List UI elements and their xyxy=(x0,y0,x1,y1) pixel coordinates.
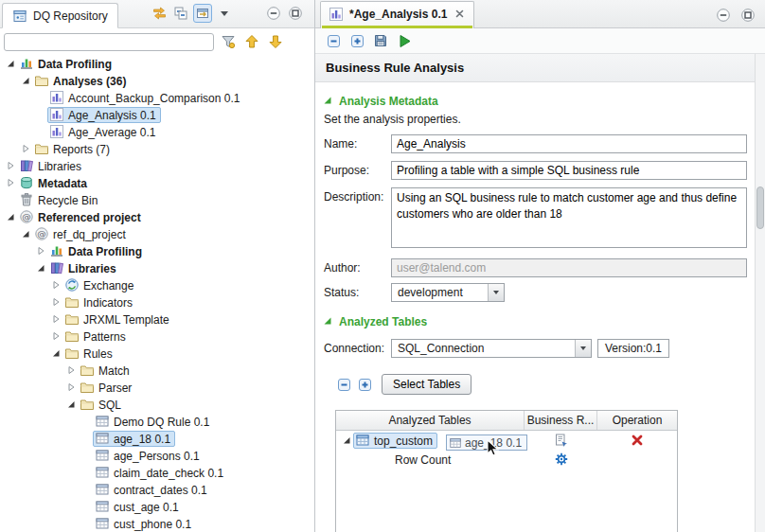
view-menu-icon[interactable] xyxy=(215,4,234,23)
link-with-editor-icon[interactable] xyxy=(193,4,212,23)
tree-item-rules[interactable]: Rules xyxy=(0,345,314,362)
tree-item-analyses-36[interactable]: Analyses (36) xyxy=(0,72,314,89)
table-row-node[interactable]: Row Count xyxy=(393,452,455,468)
twistie-expanded-icon[interactable] xyxy=(34,263,47,273)
section-analyzed-tables[interactable]: Analyzed Tables xyxy=(315,310,755,332)
scrollbar-thumb[interactable] xyxy=(756,186,764,229)
twistie-expanded-icon[interactable] xyxy=(4,59,17,68)
twistie-collapsed-icon[interactable] xyxy=(19,144,32,153)
tree-item-cust-phone-0-1[interactable]: cust_phone 0.1 xyxy=(0,515,314,532)
tree-node[interactable]: @ref_dq_project xyxy=(32,226,131,242)
tree-item-age-18-0-1[interactable]: age_18 0.1 xyxy=(0,430,314,447)
minimize-icon[interactable] xyxy=(264,4,283,23)
tree-item-claim-date-check-0-1[interactable]: claim_date_check 0.1 xyxy=(0,464,314,481)
minimize-icon[interactable] xyxy=(714,6,733,25)
tree-item-ref-dq-project[interactable]: @ref_dq_project xyxy=(0,225,314,242)
section-twistie-icon[interactable] xyxy=(323,315,332,328)
previous-icon[interactable] xyxy=(243,33,260,50)
tree-node[interactable]: Recycle Bin xyxy=(17,192,102,208)
connection-dropdown[interactable]: SQL_Connection xyxy=(391,339,592,358)
tree-node[interactable]: Match xyxy=(78,363,134,379)
tree-item-exchange[interactable]: Exchange xyxy=(0,276,314,293)
tree-node[interactable]: cust_age 0.1 xyxy=(93,499,184,515)
select-tables-button[interactable]: Select Tables xyxy=(382,374,471,395)
analyzed-table-row[interactable]: Row Count xyxy=(336,450,677,469)
tree-node[interactable]: Data Profiling xyxy=(47,243,147,259)
description-field[interactable]: Using an SQL business rule to match cust… xyxy=(391,187,747,248)
column-header-operation[interactable]: Operation xyxy=(597,411,677,430)
twistie-expanded-icon[interactable] xyxy=(340,435,353,445)
column-header-business-rule[interactable]: Business R... xyxy=(525,411,597,430)
tree-node[interactable]: JRXML Template xyxy=(62,311,174,328)
tree-node[interactable]: Libraries xyxy=(17,158,86,174)
collapse-all-icon[interactable] xyxy=(171,4,190,23)
tree-node[interactable]: Rules xyxy=(62,346,117,362)
tree-item-match[interactable]: Match xyxy=(0,362,314,379)
twistie-collapsed-icon[interactable] xyxy=(49,280,62,290)
tree-node[interactable]: Reports (7) xyxy=(32,141,115,157)
tree-item-account-backup-comparison-0-1[interactable]: Account_Backup_Comparison 0.1 xyxy=(0,89,314,106)
close-icon[interactable] xyxy=(455,9,464,18)
run-icon[interactable] xyxy=(395,31,414,50)
tree-node[interactable]: Data Profiling xyxy=(17,56,116,72)
collapse-rows-icon[interactable] xyxy=(336,377,352,393)
tree-item-patterns[interactable]: Patterns xyxy=(0,328,314,345)
section-twistie-icon[interactable] xyxy=(323,95,332,108)
expand-sections-icon[interactable] xyxy=(347,31,366,50)
twistie-collapsed-icon[interactable] xyxy=(34,246,47,256)
tree-node[interactable]: Age_Average 0.1 xyxy=(47,124,161,140)
delete-icon[interactable] xyxy=(630,433,645,448)
gear-icon[interactable] xyxy=(554,452,569,467)
table-row-node[interactable]: top_custom xyxy=(353,433,437,449)
twistie-expanded-icon[interactable] xyxy=(19,229,32,239)
tree-item-demo-dq-rule-0-1[interactable]: Demo DQ Rule 0.1 xyxy=(0,413,314,430)
save-icon[interactable] xyxy=(371,31,390,50)
twistie-collapsed-icon[interactable] xyxy=(4,161,17,170)
tree-node[interactable]: SQL xyxy=(78,397,126,413)
tree-node[interactable]: age_18 0.1 xyxy=(93,431,175,447)
twistie-expanded-icon[interactable] xyxy=(4,212,17,222)
chevron-down-icon[interactable] xyxy=(488,284,504,301)
tree-item-jrxml-template[interactable]: JRXML Template xyxy=(0,310,314,328)
twistie-collapsed-icon[interactable] xyxy=(49,314,62,324)
maximize-icon[interactable] xyxy=(738,6,757,25)
tree-node[interactable]: age_Persons 0.1 xyxy=(93,448,205,464)
sync-icon[interactable] xyxy=(150,4,169,23)
tab-age-analysis-editor[interactable]: *Age_Analysis 0.1 xyxy=(320,1,474,28)
tab-dq-repository[interactable]: DQ Repository xyxy=(2,3,118,28)
twistie-expanded-icon[interactable] xyxy=(64,399,78,409)
twistie-collapsed-icon[interactable] xyxy=(64,382,78,392)
chevron-down-icon[interactable] xyxy=(575,340,591,357)
tree-node[interactable]: Age_Analysis 0.1 xyxy=(47,107,161,123)
tree-item-data-profiling[interactable]: Data Profiling xyxy=(0,242,314,259)
tree-item-indicators[interactable]: Indicators xyxy=(0,293,314,310)
maximize-icon[interactable] xyxy=(286,4,305,23)
tree-item-libraries[interactable]: Libraries xyxy=(0,259,314,276)
tree-node[interactable]: Analyses (36) xyxy=(32,73,131,89)
tree-node[interactable]: @Referenced project xyxy=(17,209,146,225)
tree-node[interactable]: Exchange xyxy=(62,277,138,293)
tree-item-referenced-project[interactable]: @Referenced project xyxy=(0,208,314,225)
tree-item-age-average-0-1[interactable]: Age_Average 0.1 xyxy=(0,123,314,140)
tree-node[interactable]: Indicators xyxy=(62,294,137,310)
twistie-expanded-icon[interactable] xyxy=(49,348,62,358)
name-field[interactable] xyxy=(391,134,747,153)
tree-item-libraries[interactable]: Libraries xyxy=(0,157,314,174)
tree-item-contract-dates-0-1[interactable]: contract_dates 0.1 xyxy=(0,481,314,498)
tree-node[interactable]: claim_date_check 0.1 xyxy=(93,465,228,481)
tree-item-cust-age-0-1[interactable]: cust_age 0.1 xyxy=(0,498,314,515)
editor-scrollbar[interactable] xyxy=(755,54,765,532)
status-dropdown[interactable]: development xyxy=(391,283,505,302)
expand-rows-icon[interactable] xyxy=(357,377,373,393)
tree-item-reports-7[interactable]: Reports (7) xyxy=(0,140,314,157)
tree-node[interactable]: Parser xyxy=(78,380,136,396)
column-header-analyzed-tables[interactable]: Analyzed Tables xyxy=(336,411,525,430)
tree-node[interactable]: Libraries xyxy=(47,260,121,276)
tree-node[interactable]: Demo DQ Rule 0.1 xyxy=(93,414,214,430)
tree-item-age-persons-0-1[interactable]: age_Persons 0.1 xyxy=(0,447,314,464)
tree-item-recycle-bin[interactable]: Recycle Bin xyxy=(0,191,314,208)
section-analysis-metadata[interactable]: Analysis Metadata xyxy=(315,83,755,112)
twistie-collapsed-icon[interactable] xyxy=(49,297,62,307)
twistie-collapsed-icon[interactable] xyxy=(49,331,62,341)
tree-node[interactable]: Account_Backup_Comparison 0.1 xyxy=(47,90,244,106)
